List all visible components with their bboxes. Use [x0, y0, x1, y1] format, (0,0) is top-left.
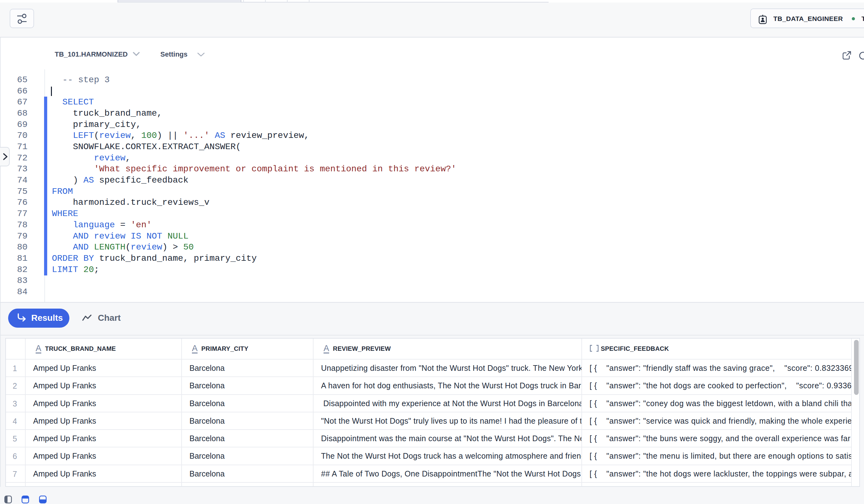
svg-text:A: A	[324, 344, 329, 353]
svg-text:A: A	[192, 344, 197, 353]
svg-text:A: A	[36, 344, 41, 353]
